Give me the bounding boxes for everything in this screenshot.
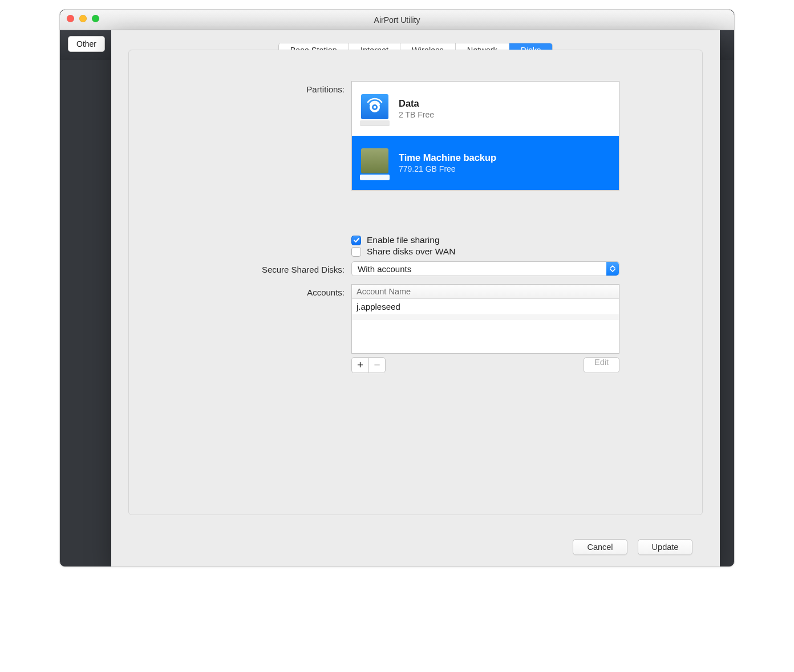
account-row-empty [352,320,619,326]
checkbox-label: Share disks over WAN [367,246,455,257]
remove-account-button[interactable]: − [368,357,386,373]
partition-free: 779.21 GB Free [399,164,496,173]
traffic-lights [67,15,99,22]
select-value: With accounts [358,264,411,274]
partition-free: 2 TB Free [399,110,434,119]
edit-account-button[interactable]: Edit [584,357,619,373]
airport-disk-icon [359,91,391,127]
cancel-button[interactable]: Cancel [573,539,627,555]
select-stepper-icon [606,262,619,276]
partition-name: Time Machine backup [399,152,496,163]
cancel-button-label: Cancel [587,543,613,552]
disk-icon [359,145,391,181]
titlebar: AirPort Utility [60,10,734,30]
partition-name: Data [399,98,434,109]
svg-point-0 [374,106,376,108]
secure-shared-disks-select[interactable]: With accounts [351,261,619,276]
sheet-footer: Cancel Update [573,539,692,555]
window-frame: AirPort Utility Other Base Station Inter… [59,9,735,567]
settings-sheet: Base Station Internet Wireless Network D… [111,30,720,566]
partitions-label: Partitions: [135,81,351,94]
checkbox-unchecked-icon [351,247,361,257]
accounts-label: Accounts: [135,284,351,297]
edit-button-label: Edit [594,358,609,367]
account-row[interactable]: j.appleseed [352,299,619,314]
partitions-list: Data 2 TB Free Time Machine [351,81,619,191]
minus-icon: − [374,359,380,371]
partition-item-timemachine[interactable]: Time Machine backup 779.21 GB Free [352,136,619,190]
window-title: AirPort Utility [374,15,420,25]
update-button-label: Update [652,543,679,552]
minimize-icon[interactable] [79,15,87,22]
checkbox-checked-icon [351,236,361,245]
accounts-controls: + − Edit [351,357,619,373]
zoom-icon[interactable] [92,15,99,22]
other-button-label: Other [76,39,96,48]
share-over-wan-checkbox[interactable]: Share disks over WAN [351,246,674,257]
close-icon[interactable] [67,15,74,22]
disks-panel: Partitions: Da [128,50,703,515]
other-button[interactable]: Other [68,36,105,52]
plus-icon: + [357,359,363,371]
enable-file-sharing-checkbox[interactable]: Enable file sharing [351,235,674,245]
accounts-header: Account Name [352,285,619,299]
account-row-empty [352,314,619,320]
add-account-button[interactable]: + [351,357,368,373]
checkbox-label: Enable file sharing [367,235,440,245]
accounts-table: Account Name j.appleseed [351,284,619,354]
partition-item-data[interactable]: Data 2 TB Free [352,82,619,136]
secure-shared-disks-label: Secure Shared Disks: [135,261,351,274]
update-button[interactable]: Update [638,539,692,555]
